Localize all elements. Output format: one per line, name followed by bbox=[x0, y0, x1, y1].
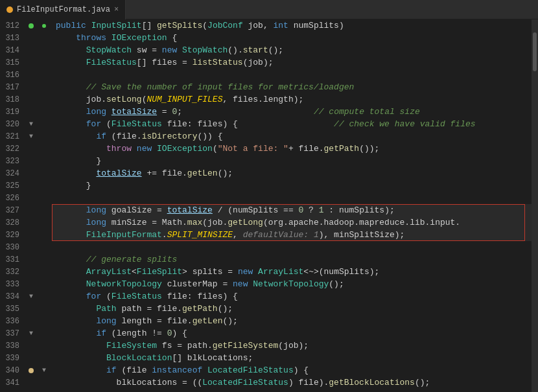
yellow-dot bbox=[29, 368, 34, 373]
code-line-318: job.setLong(NUM_INPUT_FILES, files.lengt… bbox=[52, 93, 532, 106]
code-line-315: FileStatus[] files = listStatus(job); bbox=[52, 56, 532, 69]
file-icon bbox=[6, 6, 13, 13]
code-line-320: for (FileStatus file: files) { // check … bbox=[52, 118, 532, 130]
line-row: 323 bbox=[0, 155, 49, 167]
code-line-332: ArrayList<FileSplit> splits = new ArrayL… bbox=[52, 266, 532, 278]
line-number: 324 bbox=[0, 169, 25, 178]
line-row: 340 ▼ bbox=[0, 364, 49, 376]
code-area: 312 ⬛ 313 314 315 316 bbox=[0, 19, 538, 392]
code-line-341: blkLocations = ((LocatedFileStatus) file… bbox=[52, 376, 532, 389]
line-number: 321 bbox=[0, 132, 25, 141]
code-line-313: throws IOException { bbox=[52, 32, 532, 44]
line-number: 312 bbox=[0, 21, 25, 30]
code-line-323: } bbox=[52, 155, 532, 167]
line-row: 314 bbox=[0, 44, 49, 56]
line-number: 322 bbox=[0, 144, 25, 154]
line-row: 326 bbox=[0, 192, 49, 204]
code-line-331: // generate splits bbox=[52, 253, 532, 266]
line-row: 332 bbox=[0, 266, 49, 278]
line-number: 334 bbox=[0, 292, 25, 301]
close-icon[interactable]: × bbox=[114, 5, 119, 14]
line-number: 327 bbox=[0, 206, 25, 215]
scrollbar-thumb[interactable] bbox=[533, 32, 537, 71]
line-row: 331 bbox=[0, 253, 49, 266]
code-line-326 bbox=[52, 192, 532, 204]
line-number: 316 bbox=[0, 71, 25, 80]
line-row: 312 ⬛ bbox=[0, 19, 49, 32]
tab-label: FileInputFormat.java bbox=[17, 5, 110, 14]
line-row: 327 bbox=[0, 204, 49, 216]
fold-arrow[interactable]: ▼ bbox=[25, 133, 38, 140]
line-number: 338 bbox=[0, 341, 25, 351]
code-line-329: FileInputFormat.SPLIT_MINSIZE, defaultVa… bbox=[52, 229, 532, 241]
line-row: 330 bbox=[0, 241, 49, 253]
line-row: 316 bbox=[0, 69, 49, 81]
line-row: 337 ▼ bbox=[0, 327, 49, 340]
code-line-338: FileSystem fs = path.getFileSystem(job); bbox=[52, 340, 532, 352]
line-number: 315 bbox=[0, 58, 25, 67]
green-dot bbox=[29, 23, 34, 29]
editor-container: FileInputFormat.java × 312 ⬛ 313 314 bbox=[0, 0, 538, 392]
line-number: 330 bbox=[0, 243, 25, 252]
code-line-312: public InputSplit[] getSplits(JobConf jo… bbox=[52, 19, 532, 32]
line-row: 319 bbox=[0, 106, 49, 118]
line-row: 318 bbox=[0, 93, 49, 106]
line-row: 328 bbox=[0, 216, 49, 229]
line-row: 324 bbox=[0, 167, 49, 179]
code-line-337: if (length != 0) { bbox=[52, 327, 532, 340]
line-number: 331 bbox=[0, 255, 25, 264]
line-row: 322 bbox=[0, 143, 49, 155]
line-number: 340 bbox=[0, 366, 25, 375]
code-line-314: StopWatch sw = new StopWatch().start(); bbox=[52, 44, 532, 56]
line-number: 328 bbox=[0, 218, 25, 227]
line-row: 315 bbox=[0, 56, 49, 69]
code-line-328: long minSize = Math.max(job.getLong(org.… bbox=[52, 216, 532, 229]
line-number: 329 bbox=[0, 231, 25, 240]
line-number: 332 bbox=[0, 268, 25, 277]
line-indicator bbox=[25, 23, 38, 29]
line-row: 317 bbox=[0, 81, 49, 93]
tab-bar: FileInputFormat.java × bbox=[0, 0, 538, 19]
line-row: 334 ▼ bbox=[0, 290, 49, 303]
code-lines: public InputSplit[] getSplits(JobConf jo… bbox=[52, 19, 532, 389]
code-line-335: Path path = file.getPath(); bbox=[52, 303, 532, 315]
fold-arrow[interactable]: ▼ bbox=[25, 121, 38, 128]
vertical-scrollbar[interactable] bbox=[532, 19, 538, 392]
code-content[interactable]: public InputSplit[] getSplits(JobConf jo… bbox=[52, 19, 532, 392]
code-line-322: throw new IOException("Not a file: "+ fi… bbox=[52, 143, 532, 155]
line-number: 335 bbox=[0, 305, 25, 314]
code-line-340: if (file instanceof LocatedFileStatus) { bbox=[52, 364, 532, 376]
line-number: 318 bbox=[0, 95, 25, 104]
line-number: 314 bbox=[0, 46, 25, 55]
line-row: 313 bbox=[0, 32, 49, 44]
fold-arrow[interactable]: ▼ bbox=[25, 330, 38, 337]
green-dot2 bbox=[42, 24, 46, 28]
code-line-327: long goalSize = totalSize / (numSplits =… bbox=[52, 204, 532, 216]
line-row: 339 bbox=[0, 352, 49, 364]
code-line-317: // Save the number of input files for me… bbox=[52, 81, 532, 93]
code-line-325: } bbox=[52, 179, 532, 192]
line-row: 321 ▼ bbox=[0, 130, 49, 143]
file-tab[interactable]: FileInputFormat.java × bbox=[0, 0, 126, 19]
code-line-334: for (FileStatus file: files) { bbox=[52, 290, 532, 303]
code-line-330 bbox=[52, 241, 532, 253]
line-row: 329 bbox=[0, 229, 49, 241]
code-line-336: long length = file.getLen(); bbox=[52, 315, 532, 327]
line-gutter: 312 ⬛ 313 314 315 316 bbox=[0, 19, 52, 392]
line-number: 320 bbox=[0, 120, 25, 129]
line-number: 333 bbox=[0, 280, 25, 289]
line-indicator bbox=[38, 24, 51, 28]
line-number: 336 bbox=[0, 317, 25, 326]
line-number: 326 bbox=[0, 194, 25, 203]
fold-arrow[interactable]: ▼ bbox=[38, 367, 51, 374]
code-line-333: NetworkTopology clusterMap = new Network… bbox=[52, 278, 532, 290]
code-line-316 bbox=[52, 69, 532, 81]
line-number: 323 bbox=[0, 157, 25, 166]
line-number: 339 bbox=[0, 354, 25, 363]
line-row: 335 bbox=[0, 303, 49, 315]
line-number: 317 bbox=[0, 83, 25, 92]
fold-arrow[interactable]: ▼ bbox=[25, 293, 38, 300]
line-number: 337 bbox=[0, 329, 25, 338]
line-row: 333 bbox=[0, 278, 49, 290]
code-line-319: long totalSize = 0; // compute total siz… bbox=[52, 106, 532, 118]
